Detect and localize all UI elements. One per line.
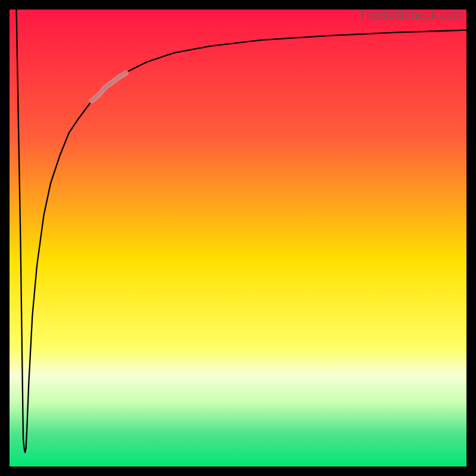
watermark-text: TheBottleneck.com [359, 8, 463, 22]
chart-svg [10, 10, 466, 466]
plot-area: TheBottleneck.com [10, 10, 466, 466]
chart-frame: TheBottleneck.com [0, 0, 476, 476]
gradient-background [10, 10, 466, 466]
